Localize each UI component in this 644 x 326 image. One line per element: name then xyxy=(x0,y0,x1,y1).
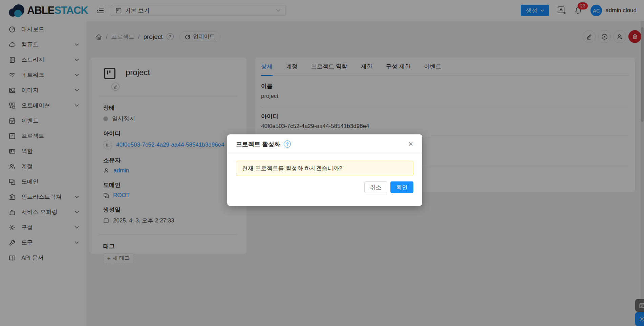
cancel-button[interactable]: 취소 xyxy=(364,181,387,193)
help-icon[interactable]: ? xyxy=(284,140,291,148)
confirm-message: 현재 프로젝트를 활성화 하시겠습니까? xyxy=(236,161,413,176)
ok-button[interactable]: 확인 xyxy=(390,181,413,193)
activate-project-modal: 프로젝트 활성화 ? ✕ 현재 프로젝트를 활성화 하시겠습니까? 취소 확인 xyxy=(227,134,422,206)
close-icon[interactable]: ✕ xyxy=(408,141,413,147)
modal-title: 프로젝트 활성화 xyxy=(236,140,280,148)
